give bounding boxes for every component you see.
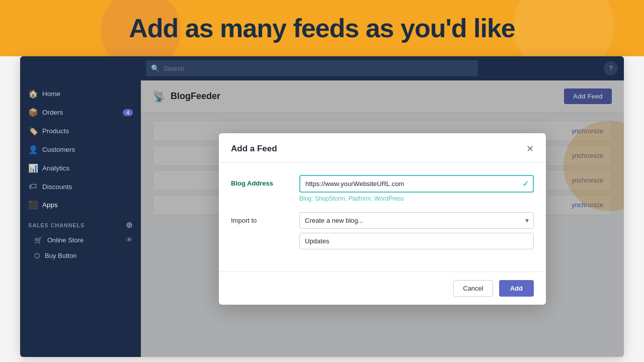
- orders-icon: 📦: [28, 108, 37, 117]
- online-store-icon: 🛒: [34, 236, 42, 244]
- import-to-row: Import to Create a new blog... Existing …: [231, 212, 534, 249]
- page-area: 📡 BlogFeeder Add Feed ynchronize ynchron…: [141, 80, 624, 357]
- sidebar-item-apps[interactable]: ⬛ Apps: [20, 196, 141, 214]
- url-input-wrapper: ✓: [299, 175, 534, 193]
- import-to-field-wrapper: Create a new blog... Existing Blog 1 Exi…: [299, 212, 534, 249]
- apps-icon: ⬛: [28, 200, 37, 210]
- modal-footer: Cancel Add: [219, 272, 546, 305]
- import-select-wrapper: Create a new blog... Existing Blog 1 Exi…: [299, 212, 534, 229]
- sidebar-item-analytics[interactable]: 📊 Analytics: [20, 159, 141, 177]
- sales-channels-section: SALES CHANNELS ⊕: [20, 214, 141, 232]
- sidebar: 🏠 Home 📦 Orders 4 🏷️ Products 👤 Customer…: [20, 80, 141, 357]
- sales-channels-label: SALES CHANNELS: [28, 222, 85, 228]
- promo-banner: Add as many feeds as you'd like: [0, 0, 644, 56]
- import-select[interactable]: Create a new blog... Existing Blog 1 Exi…: [299, 212, 534, 229]
- url-check-icon: ✓: [522, 179, 529, 189]
- search-input[interactable]: [164, 65, 473, 72]
- sidebar-item-orders[interactable]: 📦 Orders 4: [20, 103, 141, 122]
- modal-overlay: Add a Feed ✕ Blog Address ✓ Blog: Sho: [141, 80, 624, 357]
- sidebar-item-online-store[interactable]: 🛒 Online Store 👁: [20, 232, 141, 248]
- modal-body: Blog Address ✓ Blog: ShopStorm, Platform…: [219, 163, 546, 272]
- products-icon: 🏷️: [28, 126, 37, 136]
- import-to-label: Import to: [231, 212, 291, 224]
- add-button[interactable]: Add: [499, 280, 534, 297]
- sidebar-label-analytics: Analytics: [42, 164, 69, 172]
- customers-icon: 👤: [28, 145, 37, 154]
- search-bar: 🔍: [146, 60, 478, 76]
- analytics-icon: 📊: [28, 163, 37, 173]
- discounts-icon: 🏷: [28, 182, 37, 191]
- nav-icons: ?: [604, 61, 618, 75]
- sidebar-item-buy-button[interactable]: ⬡ Buy Button: [20, 248, 141, 263]
- sidebar-label-home: Home: [42, 90, 60, 98]
- url-hint: Blog: ShopStorm, Platform: WordPress: [299, 195, 534, 202]
- cancel-button[interactable]: Cancel: [453, 280, 493, 297]
- blog-address-field-wrapper: ✓ Blog: ShopStorm, Platform: WordPress: [299, 175, 534, 202]
- top-nav: 🔍 ?: [20, 56, 624, 80]
- sidebar-label-discounts: Discounts: [42, 183, 72, 191]
- url-input[interactable]: [299, 175, 534, 193]
- admin-shell: 🔍 ? 🏠 Home 📦 Orders 4 🏷️ Products: [20, 56, 624, 357]
- sidebar-label-orders: Orders: [42, 109, 63, 116]
- add-feed-modal: Add a Feed ✕ Blog Address ✓ Blog: Sho: [219, 133, 546, 305]
- promo-title: Add as many feeds as you'd like: [129, 13, 515, 43]
- sidebar-label-online-store: Online Store: [47, 236, 84, 244]
- sidebar-label-customers: Customers: [42, 146, 75, 153]
- search-icon: 🔍: [151, 64, 159, 72]
- blog-name-input[interactable]: [299, 233, 534, 249]
- main-content: 🏠 Home 📦 Orders 4 🏷️ Products 👤 Customer…: [20, 80, 624, 357]
- buy-button-icon: ⬡: [34, 252, 40, 259]
- sidebar-item-products[interactable]: 🏷️ Products: [20, 122, 141, 140]
- nav-help-icon[interactable]: ?: [604, 61, 618, 75]
- blog-address-row: Blog Address ✓ Blog: ShopStorm, Platform…: [231, 175, 534, 202]
- sidebar-item-discounts[interactable]: 🏷 Discounts: [20, 177, 141, 196]
- add-sales-channel-icon[interactable]: ⊕: [126, 220, 133, 230]
- eye-icon[interactable]: 👁: [126, 236, 133, 244]
- sidebar-label-buy-button: Buy Button: [45, 252, 77, 259]
- orders-badge: 4: [123, 109, 133, 116]
- modal-close-button[interactable]: ✕: [526, 143, 534, 154]
- sidebar-item-customers[interactable]: 👤 Customers: [20, 140, 141, 159]
- home-icon: 🏠: [28, 89, 37, 99]
- blog-address-label: Blog Address: [231, 175, 291, 187]
- modal-header: Add a Feed ✕: [219, 133, 546, 163]
- sidebar-label-products: Products: [42, 127, 69, 135]
- sidebar-item-home[interactable]: 🏠 Home: [20, 84, 141, 103]
- modal-title: Add a Feed: [231, 144, 277, 154]
- sidebar-label-apps: Apps: [42, 201, 58, 209]
